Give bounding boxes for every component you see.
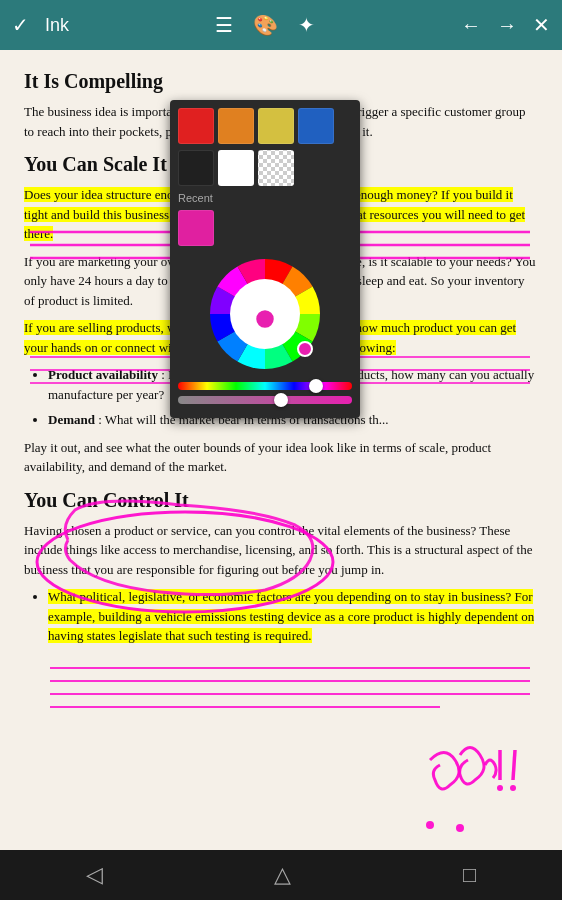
swatch-yellow[interactable] bbox=[258, 108, 294, 144]
menu-icon[interactable]: ☰ bbox=[215, 13, 233, 37]
swatch-red[interactable] bbox=[178, 108, 214, 144]
section3-title: You Can Control It bbox=[24, 485, 538, 515]
swatch-orange[interactable] bbox=[218, 108, 254, 144]
bullet-list-2: What political, legislative, or economic… bbox=[48, 587, 538, 646]
recent-label: Recent bbox=[178, 192, 352, 204]
bullet2-title: Demand bbox=[48, 412, 95, 427]
svg-point-11 bbox=[497, 785, 503, 791]
saturation-slider-thumb[interactable] bbox=[274, 393, 288, 407]
color-picker-popup[interactable]: Recent bbox=[170, 100, 360, 418]
saturation-slider-track[interactable] bbox=[178, 396, 352, 404]
bottom-back-icon[interactable]: ◁ bbox=[86, 862, 103, 888]
main-swatches-row bbox=[178, 108, 352, 144]
close-icon[interactable]: ✕ bbox=[533, 13, 550, 37]
palette-icon[interactable]: 🎨 bbox=[253, 13, 278, 37]
swatch-white[interactable] bbox=[218, 150, 254, 186]
svg-point-20 bbox=[298, 342, 312, 356]
svg-point-13 bbox=[510, 785, 516, 791]
recent-swatches-row bbox=[178, 210, 352, 246]
toolbar-center: ☰ 🎨 ✦ bbox=[215, 13, 315, 37]
section1-title: It Is Compelling bbox=[24, 66, 538, 96]
hue-slider-thumb[interactable] bbox=[309, 379, 323, 393]
color-wheel-container bbox=[178, 254, 352, 374]
saturation-slider-container bbox=[178, 396, 352, 404]
svg-line-12 bbox=[513, 750, 515, 780]
hue-slider-container bbox=[178, 382, 352, 390]
toolbar-left: ✓ Ink bbox=[12, 13, 69, 37]
check-icon[interactable]: ✓ bbox=[12, 13, 29, 37]
swatch-transparent[interactable] bbox=[258, 150, 294, 186]
bottom-bar: ◁ △ □ bbox=[0, 850, 562, 900]
ink-title: Ink bbox=[45, 15, 69, 36]
swatch-recent-pink[interactable] bbox=[178, 210, 214, 246]
swatch-dark[interactable] bbox=[178, 150, 214, 186]
back-icon[interactable]: ← bbox=[461, 14, 481, 37]
swatch-blue[interactable] bbox=[298, 108, 334, 144]
svg-point-8 bbox=[426, 821, 434, 829]
content-area: It Is Compelling The business idea is im… bbox=[0, 50, 562, 850]
svg-point-19 bbox=[255, 309, 275, 329]
toolbar-right: ← → ✕ bbox=[461, 13, 550, 37]
hue-slider-track[interactable] bbox=[178, 382, 352, 390]
bullet-item-3: What political, legislative, or economic… bbox=[48, 587, 538, 646]
section2-p4: Play it out, and see what the outer boun… bbox=[24, 438, 538, 477]
color-wheel[interactable] bbox=[205, 254, 325, 374]
bottom-home-icon[interactable]: △ bbox=[274, 862, 291, 888]
forward-icon[interactable]: → bbox=[497, 14, 517, 37]
brush-icon[interactable]: ✦ bbox=[298, 13, 315, 37]
toolbar: ✓ Ink ☰ 🎨 ✦ ← → ✕ bbox=[0, 0, 562, 50]
bullet1-title: Product availability bbox=[48, 367, 158, 382]
dark-swatches-row bbox=[178, 150, 352, 186]
highlight-bullet3: What political, legislative, or economic… bbox=[48, 589, 534, 643]
bottom-recents-icon[interactable]: □ bbox=[463, 862, 476, 888]
section3-p1: Having chosen a product or service, can … bbox=[24, 521, 538, 580]
svg-point-9 bbox=[456, 824, 464, 832]
